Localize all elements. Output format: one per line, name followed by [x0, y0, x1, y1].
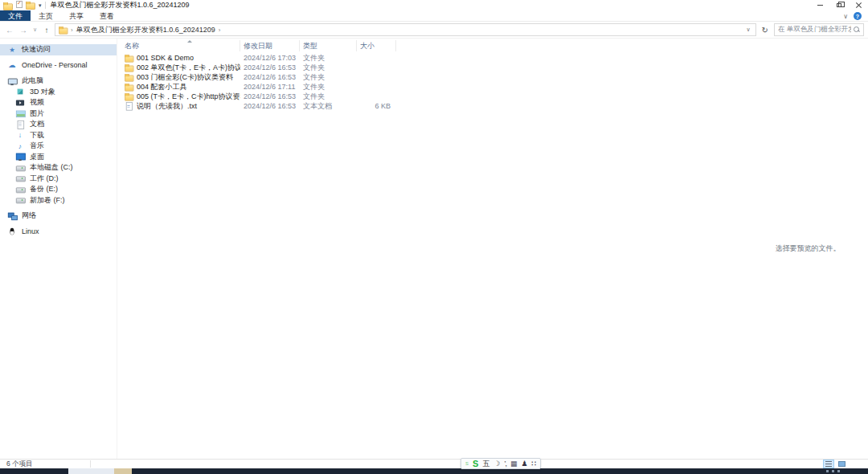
file-name-cell[interactable]: 001 SDK & Demo — [121, 53, 240, 63]
sidebar-item-icon — [16, 121, 24, 129]
file-row[interactable]: 003 门楣全彩(C卡)协议类资料 2024/12/6 16:53 文件夹 — [121, 72, 747, 82]
ribbon-tab[interactable]: 文件 — [0, 10, 31, 21]
sidebar-item[interactable]: 图片 — [0, 108, 117, 120]
ime-toolbar-icon[interactable]: S — [473, 459, 478, 468]
sidebar-item-icon — [8, 46, 16, 54]
sidebar-item[interactable]: 此电脑 — [0, 76, 117, 87]
qat-properties-button[interactable] — [16, 1, 23, 10]
sidebar-item-label: 此电脑 — [22, 76, 43, 86]
sidebar-item[interactable]: 网络 — [0, 210, 117, 222]
thumbnails-view-button[interactable] — [836, 460, 847, 468]
search-input[interactable]: 在 单双色及门楣全彩开发资... — [774, 23, 864, 36]
sidebar-item[interactable]: 备份 (E:) — [0, 184, 117, 195]
sidebar-item[interactable]: 快速访问 — [0, 44, 117, 55]
file-date: 2024/12/6 17:03 — [240, 54, 300, 62]
sidebar-item-icon — [16, 164, 24, 172]
tray-icon[interactable] — [837, 470, 840, 472]
breadcrumb-separator[interactable]: › — [219, 27, 221, 34]
file-rows: 001 SDK & Demo 2024/12/6 17:03 文件夹 002 单… — [121, 53, 747, 111]
sidebar-item[interactable]: 视频 — [0, 97, 117, 108]
recent-locations-dropdown[interactable]: ∨ — [31, 27, 39, 33]
sidebar-item-icon — [8, 212, 16, 220]
sidebar-item[interactable]: 3D 对象 — [0, 87, 117, 98]
preview-pane: 选择要预览的文件。 — [747, 39, 868, 459]
breadcrumb[interactable]: › 单双色及门楣全彩开发资料1.0.6_20241209 › ∨ — [55, 23, 756, 36]
file-icon — [125, 63, 133, 72]
sidebar-item[interactable]: OneDrive - Personal — [0, 60, 117, 72]
breadcrumb-separator: › — [71, 27, 73, 34]
view-toggles — [823, 460, 847, 468]
ribbon-tab[interactable]: 查看 — [92, 10, 122, 21]
back-button[interactable]: ← — [4, 26, 15, 35]
ime-toolbar-icon[interactable]: s — [465, 459, 469, 468]
sidebar-item-label: 本地磁盘 (C:) — [30, 162, 73, 173]
details-view-button[interactable] — [823, 460, 834, 468]
sidebar-item[interactable]: 新加卷 (F:) — [0, 195, 117, 206]
restore-icon — [837, 3, 841, 7]
file-row[interactable]: 001 SDK & Demo 2024/12/6 17:03 文件夹 — [121, 53, 747, 63]
sidebar-item[interactable]: 本地磁盘 (C:) — [0, 162, 117, 174]
details-view-icon — [825, 461, 832, 467]
close-icon — [855, 2, 862, 9]
sort-ascending-icon — [187, 40, 192, 43]
breadcrumb-path[interactable]: 单双色及门楣全彩开发资料1.0.6_20241209 — [76, 25, 215, 35]
tray-icon[interactable] — [832, 470, 834, 472]
sidebar-item-label: OneDrive - Personal — [22, 61, 88, 69]
column-header-type[interactable]: 类型 — [300, 40, 357, 51]
ime-toolbar-icon[interactable]: ♟ — [521, 459, 527, 468]
sidebar-item[interactable]: 工作 (D:) — [0, 174, 117, 185]
ime-toolbar-icon[interactable]: ’, — [504, 459, 506, 468]
file-row[interactable]: 004 配套小工具 2024/12/6 17:11 文件夹 — [121, 82, 747, 92]
sidebar-item-icon — [16, 186, 24, 194]
file-icon — [125, 54, 133, 62]
sidebar-item[interactable]: Linux — [0, 227, 117, 238]
sidebar-item-label: 网络 — [22, 210, 36, 221]
search-icon[interactable] — [854, 27, 860, 33]
properties-icon — [16, 1, 23, 8]
close-button[interactable] — [849, 0, 868, 10]
file-row[interactable]: 002 单双色(T卡，E卡，A卡)协议类资料 2024/12/6 16:53 文… — [121, 63, 747, 72]
taskbar-window-thumbnail[interactable] — [68, 468, 114, 474]
sidebar-item-label: 新加卷 (F:) — [30, 195, 65, 206]
sidebar-item[interactable]: 下载 — [0, 130, 117, 141]
sidebar-item[interactable]: 桌面 — [0, 152, 117, 163]
ime-toolbar-icon[interactable]: ∷ — [532, 459, 537, 468]
address-dropdown-icon[interactable]: ∨ — [743, 27, 752, 33]
restore-button[interactable] — [829, 0, 849, 10]
ime-toolbar-icon[interactable]: ▦ — [510, 459, 518, 468]
app-icon — [3, 1, 11, 9]
sidebar-item-icon — [16, 99, 24, 107]
tray-icon[interactable] — [826, 470, 829, 472]
qat-new-folder-button[interactable] — [26, 0, 35, 11]
sidebar-item-label: 下载 — [30, 130, 44, 141]
taskbar-window-thumbnail[interactable] — [114, 468, 132, 474]
file-row[interactable]: 005 (T卡，E卡，C卡)http协议资料 2024/12/6 16:53 文… — [121, 92, 747, 101]
column-header-name[interactable]: 名称 — [121, 40, 240, 51]
sidebar-item[interactable]: 文档 — [0, 119, 117, 130]
help-icon[interactable]: ? — [854, 12, 862, 20]
chevron-down-icon[interactable]: ∨ — [843, 13, 848, 20]
ime-toolbar-icon[interactable]: ☽ — [493, 459, 500, 468]
ribbon-tabs: 文件 主页 共享 查看 — [0, 10, 868, 22]
forward-button[interactable]: → — [18, 26, 29, 35]
minimize-button[interactable] — [810, 0, 829, 10]
sidebar-item-icon — [16, 88, 24, 96]
sidebar-item[interactable]: 音乐 — [0, 141, 117, 152]
ribbon-tab[interactable]: 共享 — [61, 10, 92, 21]
thumbnails-view-icon — [838, 461, 845, 467]
up-button[interactable]: ↑ — [41, 26, 52, 35]
ribbon-tab[interactable]: 主页 — [31, 10, 61, 21]
file-name-cell[interactable]: 说明（先读我）.txt — [121, 101, 240, 112]
status-bar: 6 个项目 — [0, 459, 868, 468]
sidebar-item-label: 视频 — [30, 97, 44, 108]
file-name: 001 SDK & Demo — [137, 54, 194, 62]
qat-customize-dropdown[interactable]: ▾ — [39, 2, 42, 9]
explorer-window: ▾ 单双色及门楣全彩开发资料1.0.6_20241209 文件 主页 共享 查看… — [0, 0, 868, 474]
sidebar-item-label: 工作 (D:) — [30, 174, 59, 184]
column-header-size[interactable]: 大小 — [357, 40, 396, 51]
file-row[interactable]: 说明（先读我）.txt 2024/12/6 16:53 文本文档 6 KB — [121, 101, 747, 111]
ime-toolbar-icon[interactable]: 五 — [482, 459, 489, 468]
column-header-date[interactable]: 修改日期 — [240, 40, 300, 51]
refresh-icon[interactable]: ↻ — [759, 26, 772, 35]
ime-toolbar: s S 五 ☽ ’, ▦ ♟ ∷ — [461, 458, 541, 469]
